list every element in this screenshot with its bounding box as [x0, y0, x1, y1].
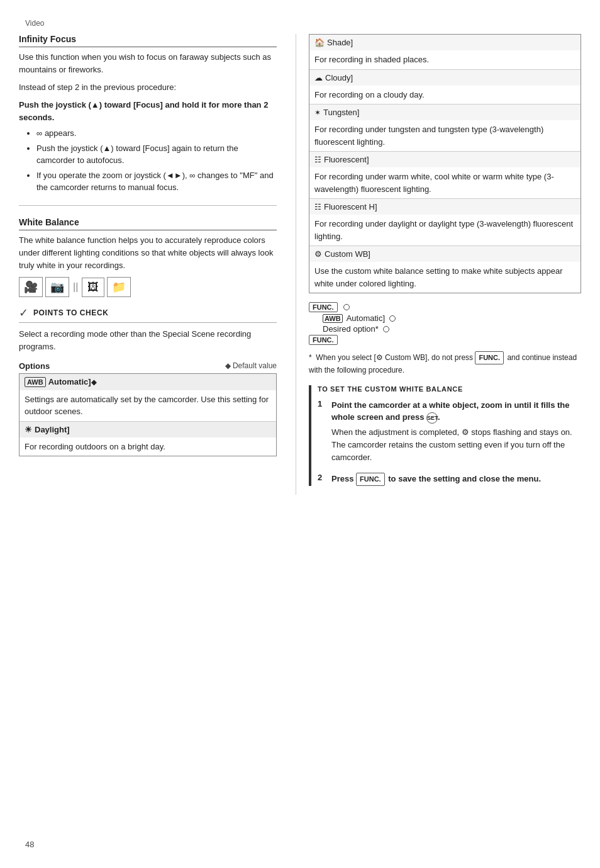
custom-wb-section-title: To set the custom white balance	[318, 385, 581, 393]
infinity-focus-body2: Instead of step 2 in the previous proced…	[19, 81, 277, 94]
separator-1: ||	[72, 281, 79, 293]
wb-table: 🏠 Shade] For recording in shaded places.…	[309, 34, 581, 293]
custom-wb-desc: Use the custom white balance setting to …	[309, 262, 581, 293]
func-automatic-label: Automatic]	[347, 313, 385, 323]
func-line-2: FUNC.	[309, 335, 581, 345]
tungsten-label: Tungsten]	[323, 108, 359, 117]
wb-header-fluorescent-h: ☷ Fluorescent H]	[309, 199, 581, 215]
step-2-header: 2 Press FUNC. to save the setting and cl…	[318, 473, 581, 486]
func-footnote: * When you select [⚙ Custom WB], do not …	[309, 351, 581, 376]
diamond-sup-awb: ◆	[91, 378, 96, 386]
awb-label: Automatic]◆	[48, 377, 96, 386]
wb-row-cloudy: ☁ Cloudy] For recording on a cloudy day.	[309, 70, 581, 105]
step-1: 1 Point the camcorder at a white object,…	[318, 399, 581, 464]
step-1-bold: Point the camcorder at a white object, z…	[331, 399, 581, 424]
func-btn-2: FUNC.	[309, 335, 338, 345]
points-check-divider	[19, 322, 277, 323]
infinity-focus-bullets: ∞ appears. Push the joystick (▲) toward …	[25, 127, 277, 194]
shade-icon: 🏠	[314, 38, 325, 47]
func-awb-label: AWB	[323, 314, 343, 323]
func-line-desired: Desired option*	[323, 324, 581, 334]
page: Video Infinity Focus Use this function w…	[0, 0, 600, 514]
func-block: FUNC. AWB Automatic] Desired option*	[309, 302, 581, 345]
wb-row-shade: 🏠 Shade] For recording in shaded places.	[309, 35, 581, 70]
points-to-check-label: POINTS TO CHECK	[33, 308, 108, 317]
func-desired-label: Desired option*	[323, 324, 379, 334]
wb-header-shade: 🏠 Shade]	[309, 35, 581, 50]
infinity-focus-instruction: Push the joystick (▲) toward [Focus] and…	[19, 99, 277, 123]
mode-icon-video: 🎥	[19, 277, 43, 297]
fluorescent-h-desc: For recording under daylight or daylight…	[309, 215, 581, 245]
wb-header-custom-wb: ⚙ Custom WB]	[309, 246, 581, 262]
awb-icon: AWB	[25, 377, 46, 387]
divider-1	[19, 205, 277, 206]
right-column: 🏠 Shade] For recording in shaded places.…	[296, 34, 581, 495]
default-value-label: ◆ Default value	[225, 361, 277, 370]
awb-desc: Settings are automatically set by the ca…	[19, 390, 276, 421]
mode-icons: 🎥 📷 || 🖼 📁	[19, 277, 277, 297]
tungsten-desc: For recording under tungsten and tungste…	[309, 120, 581, 151]
func-indent-block: AWB Automatic] Desired option*	[309, 313, 581, 334]
table-row-awb: AWB Automatic]◆ Settings are automatical…	[19, 374, 276, 422]
custom-wb-icon: ⚙	[314, 249, 322, 259]
photo-icon: 📷	[50, 280, 64, 294]
fluorescent-h-icon: ☷	[314, 203, 321, 211]
wb-row-fluorescent: ☷ Fluorescent] For recording under warm …	[309, 152, 581, 199]
mode-icon-scene: 🖼	[82, 278, 104, 297]
func-btn-footnote: FUNC.	[475, 351, 504, 364]
table-row-daylight: ☀ Daylight] For recording outdoors on a …	[19, 422, 276, 456]
custom-wb-footnote-icon: ⚙	[376, 353, 383, 362]
cloudy-desc: For recording on a cloudy day.	[309, 86, 581, 104]
tungsten-icon: ✶	[314, 108, 321, 117]
circle-bullet-1	[343, 304, 350, 310]
white-balance-body: The white balance function helps you to …	[19, 234, 277, 272]
cloudy-label: Cloudy]	[325, 73, 353, 82]
header-label: Video	[0, 19, 600, 34]
step-2-num: 2	[318, 473, 326, 486]
infinity-focus-body1: Use this function when you wish to focus…	[19, 51, 277, 76]
wb-header-cloudy: ☁ Cloudy]	[309, 70, 581, 86]
table-header-awb: AWB Automatic]◆	[19, 374, 276, 390]
fluorescent-desc: For recording under warm white, cool whi…	[309, 167, 581, 198]
fluorescent-icon: ☷	[314, 155, 321, 164]
mode-icon-folder: 📁	[107, 277, 131, 297]
folder-icon: 📁	[112, 280, 126, 294]
cloudy-icon: ☁	[314, 73, 323, 82]
step-2-bold: Press FUNC. to save the setting and clos…	[331, 473, 541, 486]
func-line-1: FUNC.	[309, 302, 581, 312]
wb-row-tungsten: ✶ Tungsten] For recording under tungsten…	[309, 104, 581, 152]
mode-icon-photo: 📷	[45, 277, 69, 297]
video-icon: 🎥	[24, 280, 38, 294]
custom-wb-label: Custom WB]	[325, 249, 370, 259]
points-to-check-text: Select a recording mode other than the S…	[19, 328, 277, 353]
circle-bullet-2	[389, 315, 396, 322]
options-row: Options ◆ Default value	[19, 361, 277, 371]
set-icon: SET	[426, 412, 438, 424]
daylight-desc: For recording outdoors on a bright day.	[19, 437, 276, 456]
infinity-focus-title: Infinity Focus	[19, 34, 277, 47]
step-1-text: When the adjustment is completed, ⚙ stop…	[331, 426, 581, 464]
func-btn-1: FUNC.	[309, 302, 338, 312]
step-1-header: 1 Point the camcorder at a white object,…	[318, 399, 581, 424]
fluorescent-h-label: Fluorescent H]	[324, 202, 377, 211]
bullet-3: If you operate the zoom or joystick (◄►)…	[36, 169, 277, 194]
left-column: Infinity Focus Use this function when yo…	[19, 34, 296, 495]
white-balance-title: White Balance	[19, 217, 277, 230]
shade-label: Shade]	[327, 38, 353, 47]
step-1-num: 1	[318, 399, 326, 424]
shade-desc: For recording in shaded places.	[309, 50, 581, 69]
check-icon: ✓	[19, 306, 28, 320]
wb-header-tungsten: ✶ Tungsten]	[309, 104, 581, 120]
daylight-label: Daylight]	[35, 425, 70, 434]
wb-row-fluorescent-h: ☷ Fluorescent H] For recording under day…	[309, 199, 581, 246]
step-2: 2 Press FUNC. to save the setting and cl…	[318, 473, 581, 486]
scene-icon: 🖼	[87, 281, 99, 294]
options-label: Options	[19, 361, 50, 371]
table-header-daylight: ☀ Daylight]	[19, 422, 276, 437]
options-table: AWB Automatic]◆ Settings are automatical…	[19, 373, 277, 457]
content-area: Infinity Focus Use this function when yo…	[0, 34, 600, 495]
func-btn-step2: FUNC.	[356, 473, 385, 486]
bullet-1: ∞ appears.	[36, 127, 277, 140]
page-number: 48	[25, 840, 34, 849]
points-to-check-box: ✓ POINTS TO CHECK	[19, 306, 277, 320]
